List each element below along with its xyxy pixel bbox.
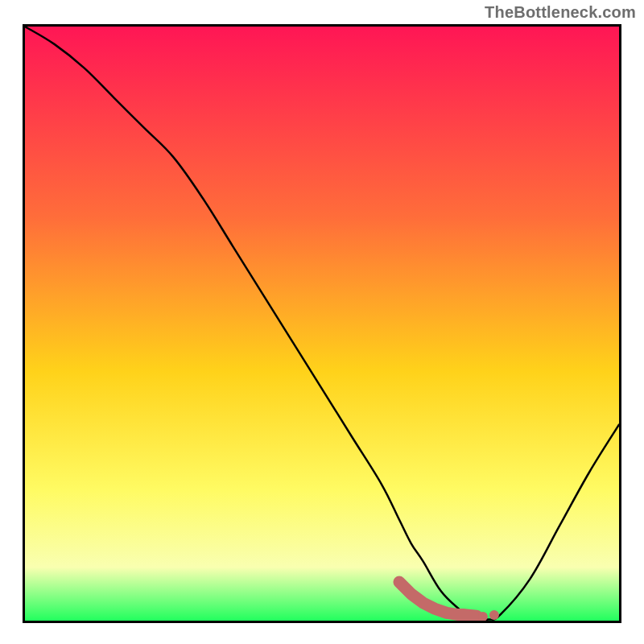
chart-frame: [23, 24, 621, 623]
highlight-dot: [489, 610, 499, 620]
attribution-text: TheBottleneck.com: [485, 3, 636, 22]
bottleneck-chart: [25, 27, 619, 621]
gradient-background: [25, 27, 619, 621]
